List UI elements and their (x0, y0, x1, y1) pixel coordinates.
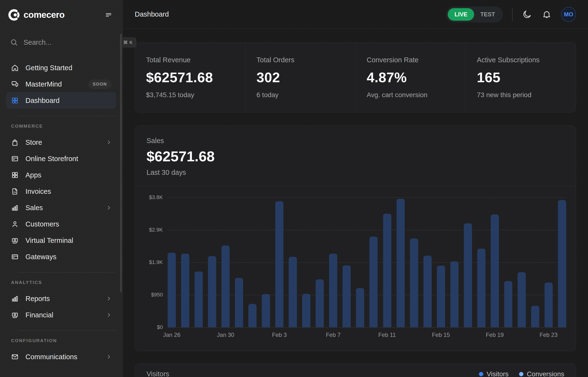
x-axis-slot: Feb 11 (383, 331, 391, 341)
x-axis-slot (397, 331, 405, 341)
bar-feb-8[interactable] (343, 265, 351, 327)
bar-feb-4[interactable] (289, 257, 297, 327)
bar-feb-3[interactable] (275, 201, 283, 327)
sidebar-item-reports[interactable]: Reports (6, 290, 116, 307)
x-axis-slot (356, 331, 364, 341)
stat-label: Total Orders (256, 56, 344, 64)
bar-feb-13[interactable] (410, 238, 418, 327)
x-axis-slot (369, 331, 377, 341)
bar-feb-1[interactable] (248, 304, 256, 327)
stats-summary-row: Total Revenue$62571.68$3,745.15 todayTot… (135, 42, 576, 113)
sidebar-item-label: Reports (25, 295, 106, 303)
bar-feb-5[interactable] (302, 294, 310, 327)
section-label-analytics: ANALYTICS (6, 280, 116, 285)
x-axis-slot (208, 331, 216, 341)
bar-feb-7[interactable] (329, 254, 337, 327)
sidebar-item-virtual-terminal[interactable]: Virtual Terminal (6, 232, 116, 249)
x-axis-slot (343, 331, 351, 341)
sidebar-item-gateways[interactable]: Gateways (6, 249, 116, 265)
home-icon (11, 64, 19, 72)
sales-card-value: $62571.68 (146, 148, 564, 165)
x-axis-tick: Feb 11 (378, 331, 396, 338)
x-axis-slot: Feb 23 (544, 331, 553, 341)
search-icon (10, 38, 18, 46)
bar-jan-27[interactable] (181, 254, 189, 327)
sales-card-title: Sales (146, 137, 564, 145)
dark-mode-moon-icon[interactable] (522, 9, 532, 20)
bar-feb-23[interactable] (544, 283, 553, 327)
sidebar-item-store[interactable]: Store (6, 134, 116, 151)
bar-jan-31[interactable] (235, 278, 243, 327)
legend-label: Visitors (487, 370, 509, 377)
sidebar-item-invoices[interactable]: Invoices (6, 183, 116, 200)
sidebar-item-label: Online Storefront (25, 155, 111, 163)
bar-jan-29[interactable] (208, 256, 216, 327)
sidebar-item-customers[interactable]: Customers (6, 216, 116, 232)
bar-feb-20[interactable] (504, 281, 512, 327)
sidebar-item-dashboard[interactable]: Dashboard (6, 92, 116, 109)
x-axis-tick: Jan 26 (163, 331, 180, 338)
stat-subtext: 6 today (256, 91, 344, 99)
x-axis-slot (558, 331, 566, 341)
sidebar-item-sales[interactable]: Sales (6, 200, 116, 216)
bar-feb-11[interactable] (383, 214, 391, 327)
bar-feb-18[interactable] (477, 249, 486, 327)
sidebar-item-getting-started[interactable]: Getting Started (6, 60, 116, 76)
x-axis-slot (262, 331, 270, 341)
bar-feb-10[interactable] (369, 236, 377, 327)
sidebar-item-label: Financial (25, 311, 106, 319)
x-axis-slot: Feb 19 (491, 331, 499, 341)
sidebar-item-mastermind[interactable]: MasterMindSOON (6, 76, 116, 92)
notifications-bell-icon[interactable] (541, 9, 552, 20)
bar-feb-9[interactable] (356, 288, 364, 327)
main-area: Dashboard LIVE TEST MO Total Revenue$625… (123, 0, 588, 377)
user-avatar[interactable]: MO (561, 7, 576, 22)
sidebar-item-communications[interactable]: Communications (6, 349, 116, 365)
bar-jan-30[interactable] (222, 246, 230, 327)
stat-label: Total Revenue (146, 56, 234, 64)
sidebar-scrollbar[interactable] (120, 34, 122, 292)
legend-item-visitors: Visitors (479, 370, 509, 377)
x-axis-slot (302, 331, 310, 341)
menu-icon[interactable] (103, 10, 114, 20)
logo[interactable]: comecero (8, 9, 65, 21)
bar-feb-22[interactable] (531, 306, 539, 327)
stat-subtext: 73 new this period (477, 91, 565, 99)
bar-jan-26[interactable] (168, 253, 176, 327)
bar-feb-19[interactable] (491, 214, 499, 327)
x-axis-slot (464, 331, 472, 341)
bar-feb-21[interactable] (518, 272, 526, 328)
user-icon (11, 220, 19, 228)
bar-feb-16[interactable] (450, 261, 458, 327)
bar-feb-2[interactable] (262, 294, 270, 327)
chart-y-axis: $0$950$1.9K$2.9K$3.8K (139, 197, 168, 327)
search-bar[interactable]: ⌘ K (6, 35, 116, 50)
sidebar-item-financial[interactable]: Financial (6, 307, 116, 323)
sales-card: Sales $62571.68 Last 30 days $0$950$1.9K… (135, 126, 576, 351)
stat-value: $62571.68 (146, 69, 234, 85)
x-axis-slot (410, 331, 418, 341)
bar-feb-24[interactable] (558, 200, 566, 327)
x-axis-slot: Feb 15 (437, 331, 445, 341)
sales-card-subtitle: Last 30 days (146, 168, 564, 177)
sidebar-item-label: Customers (25, 220, 111, 228)
test-toggle-button[interactable]: TEST (474, 11, 501, 18)
bar-feb-12[interactable] (397, 199, 405, 327)
stat-card-total-revenue: Total Revenue$62571.68$3,745.15 today (135, 43, 245, 112)
x-axis-slot (531, 331, 539, 341)
bar-feb-6[interactable] (316, 279, 324, 327)
y-axis-tick: $950 (151, 292, 163, 298)
search-input[interactable] (23, 38, 114, 47)
live-toggle-button[interactable]: LIVE (448, 8, 474, 21)
dashboard-content: Total Revenue$62571.68$3,745.15 todayTot… (123, 29, 588, 377)
sidebar-item-label: Invoices (25, 188, 111, 195)
sidebar-item-apps[interactable]: Apps (6, 167, 116, 183)
sidebar-item-online-storefront[interactable]: Online Storefront (6, 151, 116, 167)
bar-feb-15[interactable] (437, 266, 445, 327)
bar-feb-14[interactable] (423, 256, 432, 327)
stat-value: 165 (477, 69, 565, 85)
bar-jan-28[interactable] (195, 271, 203, 327)
bar-feb-17[interactable] (464, 223, 472, 327)
x-axis-slot (518, 331, 526, 341)
x-axis-slot (316, 331, 324, 341)
